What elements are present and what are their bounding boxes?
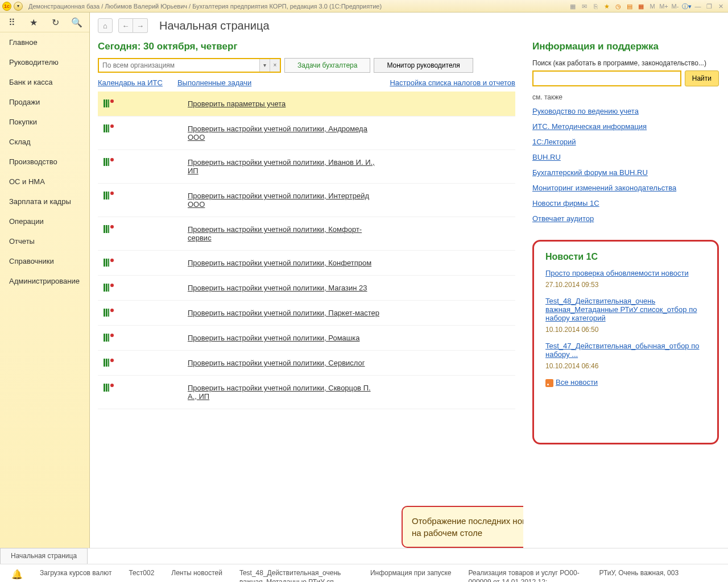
star-icon[interactable]: ★ xyxy=(602,2,612,11)
task-link[interactable]: Проверить настройки учетной политики, Ин… xyxy=(188,192,381,209)
chevron-down-icon[interactable]: ▾ xyxy=(259,59,270,72)
sidebar-item[interactable]: Продажи xyxy=(0,92,89,112)
task-icon xyxy=(104,284,114,292)
mem-mplus[interactable]: M+ xyxy=(659,2,669,11)
task-icon xyxy=(104,384,114,392)
info-link[interactable]: BUH.RU xyxy=(532,153,719,161)
task-row[interactable]: Проверить настройки учетной политики, Ма… xyxy=(98,276,515,301)
app-icon: 1c xyxy=(2,2,11,11)
task-link[interactable]: Проверить настройки учетной политики, Ан… xyxy=(188,124,381,142)
org-filter[interactable]: ▾ × xyxy=(98,58,281,73)
task-link[interactable]: Проверить настройки учетной политики, Ко… xyxy=(188,225,381,242)
today-heading: Сегодня: 30 октября, четверг xyxy=(98,41,515,52)
sidebar-item[interactable]: Покупки xyxy=(0,112,89,132)
info-link[interactable]: Отвечает аудитор xyxy=(532,214,719,223)
minimize-icon[interactable]: — xyxy=(693,2,703,11)
status-item[interactable]: Тест002 xyxy=(129,569,154,582)
info-link[interactable]: Руководство по ведению учета xyxy=(532,107,719,115)
search-icon[interactable]: 🔍 xyxy=(72,17,82,27)
task-link[interactable]: Проверить настройки учетной политики, Ро… xyxy=(188,334,359,342)
sidebar-item[interactable]: Производство xyxy=(0,152,89,172)
status-item[interactable]: Ленты новостей xyxy=(171,569,222,582)
sidebar-item[interactable]: Администрирование xyxy=(0,271,89,291)
task-row[interactable]: Проверить настройки учетной политики, Ро… xyxy=(98,326,515,351)
info-link[interactable]: Бухгалтерский форум на BUH.RU xyxy=(532,168,719,177)
tool-icon[interactable]: ✉ xyxy=(579,2,589,11)
mem-m[interactable]: M xyxy=(647,2,657,11)
link-report-settings[interactable]: Настройка списка налогов и отчетов xyxy=(390,78,515,87)
maximize-icon[interactable]: ❐ xyxy=(704,2,714,11)
calendar-icon[interactable]: ▦ xyxy=(636,2,646,11)
clear-icon[interactable]: × xyxy=(270,59,280,72)
info-link[interactable]: 1С:Лекторий xyxy=(532,138,719,146)
status-item[interactable]: Загрузка курсов валют xyxy=(40,569,111,582)
info-link[interactable]: ИТС. Методическая информация xyxy=(532,122,719,131)
sidebar-item[interactable]: Руководителю xyxy=(0,52,89,72)
task-row[interactable]: Проверить настройки учетной политики, Ин… xyxy=(98,184,515,217)
info-link[interactable]: Новости фирмы 1С xyxy=(532,199,719,207)
bottom-tab[interactable]: Начальная страница xyxy=(0,548,88,564)
sidebar-item[interactable]: Отчеты xyxy=(0,231,89,251)
status-item[interactable]: РТиУ, Очень важная, 003 xyxy=(599,569,679,582)
forward-button[interactable]: → xyxy=(133,18,148,33)
sidebar-item[interactable]: Зарплата и кадры xyxy=(0,192,89,211)
dropdown-icon[interactable]: ▾ xyxy=(14,2,23,11)
info-link[interactable]: Мониторинг изменений законодательства xyxy=(532,184,719,192)
task-row[interactable]: Проверить настройки учетной политики, Ан… xyxy=(98,117,515,150)
task-icon xyxy=(104,124,114,132)
search-input[interactable] xyxy=(532,70,681,86)
org-input[interactable] xyxy=(99,59,259,72)
sidebar-item[interactable]: Банк и касса xyxy=(0,72,89,92)
task-link[interactable]: Проверить настройки учетной политики, Ив… xyxy=(188,158,381,175)
task-row[interactable]: Проверить настройки учетной политики, Ко… xyxy=(98,251,515,276)
task-link[interactable]: Проверить настройки учетной политики, Па… xyxy=(188,309,379,317)
star-icon[interactable]: ★ xyxy=(28,17,39,27)
see-also-label: см. также xyxy=(532,93,719,101)
tool-icon[interactable]: ⎘ xyxy=(590,2,601,11)
task-row[interactable]: Проверить параметры учета xyxy=(98,92,515,117)
history-icon[interactable]: ↻ xyxy=(50,17,60,27)
search-button[interactable]: Найти xyxy=(685,70,719,86)
link-done-tasks[interactable]: Выполненные задачи xyxy=(177,78,251,87)
task-row[interactable]: Проверить настройки учетной политики, Ск… xyxy=(98,376,515,409)
status-item[interactable]: Информация при запуске xyxy=(370,569,452,582)
sidebar-item[interactable]: Склад xyxy=(0,132,89,152)
tab-monitor[interactable]: Монитор руководителя xyxy=(374,58,473,73)
task-row[interactable]: Проверить настройки учетной политики, Па… xyxy=(98,301,515,326)
all-news-link[interactable]: Все новости xyxy=(556,378,598,386)
mem-mminus[interactable]: M- xyxy=(670,2,680,11)
home-button[interactable]: ⌂ xyxy=(98,18,113,33)
back-button[interactable]: ← xyxy=(118,18,133,33)
link-calendar[interactable]: Календарь на ИТС xyxy=(98,78,163,87)
apps-icon[interactable]: ⠿ xyxy=(7,17,17,27)
task-link[interactable]: Проверить настройки учетной политики, Ко… xyxy=(188,259,371,267)
task-row[interactable]: Проверить настройки учетной политики, Се… xyxy=(98,351,515,376)
calc-icon[interactable]: ▤ xyxy=(624,2,635,11)
news-link[interactable]: Test_47_Действительная_обычная_отбор по … xyxy=(545,342,706,359)
news-link[interactable]: Просто проверка обновляемости новости xyxy=(545,269,706,277)
task-row[interactable]: Проверить настройки учетной политики, Ив… xyxy=(98,150,515,184)
news-date: 10.10.2014 06:46 xyxy=(545,362,706,370)
status-item[interactable]: Реализация товаров и услуг РО00-000009 о… xyxy=(469,569,582,582)
info-icon[interactable]: ⓘ▾ xyxy=(681,2,692,11)
search-label: Поиск (как работать в программе, законод… xyxy=(532,59,719,67)
task-link[interactable]: Проверить настройки учетной политики, Ск… xyxy=(188,384,381,401)
sidebar-item[interactable]: ОС и НМА xyxy=(0,172,89,192)
task-link[interactable]: Проверить настройки учетной политики, Ма… xyxy=(188,284,367,292)
news-link[interactable]: Test_48_Действительная_очень важная_Мета… xyxy=(545,297,706,322)
bell-icon[interactable]: 🔔 xyxy=(11,569,23,580)
tool-icon[interactable]: ▦ xyxy=(568,2,578,11)
toolbar: ⌂ ← → Начальная страница xyxy=(90,13,728,39)
sidebar-item[interactable]: Справочники xyxy=(0,251,89,271)
status-item[interactable]: Test_48_Действительная_очень важная_Мета… xyxy=(239,569,353,582)
tab-tasks[interactable]: Задачи бухгалтера xyxy=(284,58,370,73)
sidebar-item[interactable]: Главное xyxy=(0,32,89,52)
news-title: Новости 1С xyxy=(545,252,706,262)
task-link[interactable]: Проверить параметры учета xyxy=(188,99,286,108)
right-panel: Информация и поддержка Поиск (как работа… xyxy=(523,39,728,548)
task-link[interactable]: Проверить настройки учетной политики, Се… xyxy=(188,359,365,367)
sidebar-item[interactable]: Операции xyxy=(0,211,89,231)
task-row[interactable]: Проверить настройки учетной политики, Ко… xyxy=(98,217,515,251)
clock-icon[interactable]: ◷ xyxy=(613,2,623,11)
close-icon[interactable]: ✕ xyxy=(715,2,726,11)
